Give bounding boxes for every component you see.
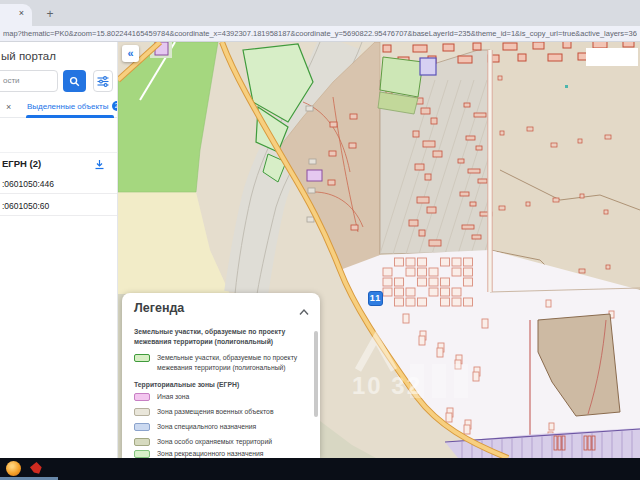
egrn-title: ЕГРН (2) [2, 158, 41, 169]
swatch-special-zone [134, 423, 150, 431]
legend-item: Зона особо охраняемых территорий [134, 437, 312, 447]
cadastral-number: :0601050:60 [2, 201, 49, 211]
legend-title: Легенда [134, 301, 184, 315]
filter-button[interactable] [93, 70, 113, 92]
search-input[interactable]: ости [0, 70, 58, 92]
taskbar-browser-icon[interactable] [6, 461, 21, 476]
legend-item: Зона специального назначения [134, 422, 312, 432]
search-icon [69, 76, 80, 87]
swatch-other-zone [134, 393, 150, 401]
portal-title: ый портал [1, 50, 56, 62]
browser-tab[interactable]: × [0, 4, 32, 26]
egrn-section-header: ЕГРН (2) [0, 156, 118, 172]
tab-label: Выделенные объекты [27, 102, 109, 111]
egrn-item-row[interactable]: :0601050:60 [0, 195, 118, 216]
legend-item: Земельные участки, образуемые по проекту… [134, 353, 312, 372]
legend-scrollbar[interactable] [314, 331, 318, 417]
chevron-up-icon [298, 308, 310, 317]
swatch-recreation-zone [134, 450, 150, 458]
swatch-project-parcels [134, 354, 150, 362]
download-icon [94, 159, 105, 170]
swatch-protected-zone [134, 438, 150, 446]
filter-sliders-icon [97, 76, 109, 87]
url-text: map?thematic=PK0&zoom=15.802244165459784… [3, 29, 637, 38]
screen: × + map?thematic=PK0&zoom=15.80224416545… [0, 0, 640, 480]
legend-item: Зона размещения военных объектов [134, 407, 312, 417]
legend-panel: Легенда Земельные участки, образуемые по… [122, 293, 320, 458]
browser-window: × + map?thematic=PK0&zoom=15.80224416545… [0, 0, 640, 458]
legend-section-header: Территориальные зоны (ЕГРН) [134, 380, 304, 390]
legend-item: Иная зона [134, 392, 312, 402]
sidebar-panel: ый портал ости [0, 42, 118, 458]
legend-section-header: Земельные участки, образуемые по проекту… [134, 327, 304, 347]
taskbar-app-icon[interactable] [30, 462, 43, 475]
blue-building [420, 58, 436, 75]
collapse-sidebar-button[interactable]: « [122, 45, 139, 62]
map-area[interactable]: 10 32 « 11 Легенда [118, 42, 640, 458]
divider [0, 152, 118, 153]
download-button[interactable] [92, 157, 106, 171]
tab-selected-objects[interactable]: Выделенные объекты 2 × [27, 101, 118, 111]
swatch-military-zone [134, 408, 150, 416]
hidden-tab-close-icon[interactable]: × [6, 102, 11, 112]
legend-item: Зона рекреационного назначения [134, 449, 312, 458]
taskbar [0, 458, 640, 480]
cadastral-number: :0601050:446 [2, 179, 54, 189]
tab-close-icon[interactable]: × [19, 8, 24, 18]
legend-collapse-button[interactable] [298, 303, 310, 313]
cluster-marker[interactable]: 11 [368, 291, 383, 306]
search-button[interactable] [63, 70, 86, 92]
active-tab-underline [26, 115, 114, 118]
violet-building [307, 170, 322, 181]
map-label-tile [586, 48, 638, 66]
sidebar-tabs: × Выделенные объекты 2 × [0, 98, 118, 118]
browser-tab-bar: × + [0, 0, 640, 26]
egrn-item-row[interactable]: :0601050:446 [0, 173, 118, 194]
address-bar[interactable]: map?thematic=PK0&zoom=15.802244165459784… [0, 26, 640, 42]
new-tab-button[interactable]: + [42, 7, 58, 23]
